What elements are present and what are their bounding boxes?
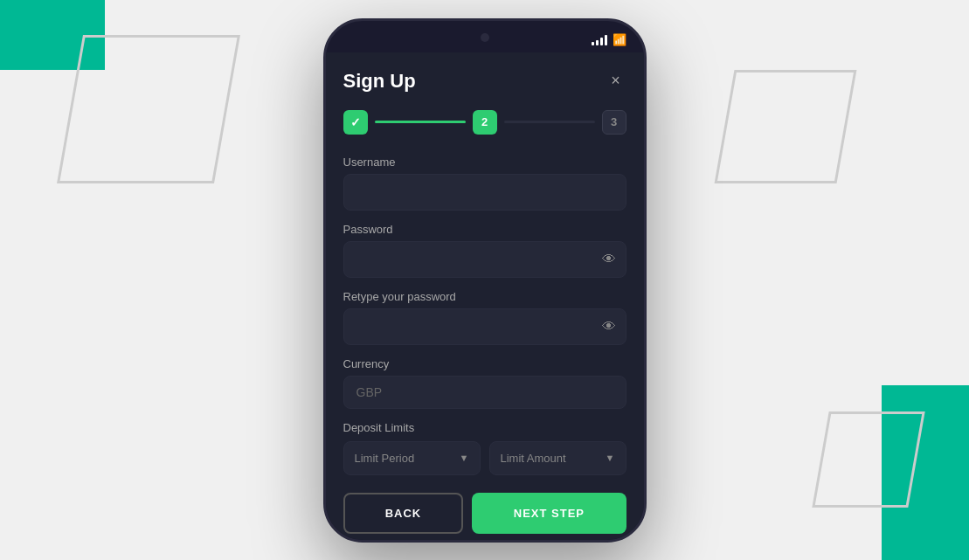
retype-input[interactable] [343, 308, 626, 345]
bg-accent-top-left [0, 0, 105, 70]
deposit-limits-label: Deposit Limits [343, 421, 626, 434]
username-input[interactable] [343, 174, 626, 211]
wifi-icon: 📶 [613, 33, 626, 46]
bg-parallelogram-bottom-right [812, 411, 924, 508]
limit-amount-dropdown[interactable]: Limit Amount ▼ [489, 441, 626, 475]
username-label: Username [343, 156, 626, 169]
password-input[interactable] [343, 241, 626, 278]
password-wrapper: 👁 [343, 241, 626, 278]
currency-display: GBP [343, 376, 626, 409]
modal-title: Sign Up [343, 70, 416, 93]
deposit-limits-row: Limit Period ▼ Limit Amount ▼ [343, 441, 626, 475]
signal-bar-4 [605, 35, 607, 45]
progress-steps: ✓ 2 3 [343, 110, 626, 135]
step-1-indicator: ✓ [343, 110, 368, 135]
limit-amount-arrow-icon: ▼ [606, 453, 615, 463]
password-toggle-icon[interactable]: 👁 [602, 252, 616, 267]
signal-bar-3 [600, 38, 603, 45]
step-2-indicator: 2 [473, 110, 497, 135]
signal-bar-2 [596, 40, 599, 45]
retype-wrapper: 👁 [343, 308, 626, 345]
progress-line [375, 121, 466, 123]
step-1-label: ✓ [350, 115, 361, 129]
status-bar: 📶 [326, 21, 644, 52]
signal-icon [592, 35, 607, 45]
back-button[interactable]: BACK [343, 493, 464, 534]
retype-label: Retype your password [343, 290, 626, 303]
camera-cutout [481, 33, 489, 42]
bg-parallelogram-right [715, 70, 857, 183]
close-button[interactable]: × [606, 71, 626, 92]
bg-parallelogram-left [57, 35, 240, 183]
retype-toggle-icon[interactable]: 👁 [602, 319, 616, 335]
next-step-button[interactable]: NEXT STEP [472, 493, 626, 534]
action-buttons: BACK NEXT STEP [343, 493, 626, 534]
modal-header: Sign Up × [343, 70, 626, 93]
step-2-label: 2 [481, 115, 488, 128]
limit-period-dropdown[interactable]: Limit Period ▼ [343, 441, 481, 475]
step-3-indicator: 3 [602, 110, 626, 135]
limit-period-label: Limit Period [355, 452, 415, 465]
signal-bar-1 [592, 42, 594, 45]
step-3-label: 3 [611, 115, 617, 128]
bg-accent-bottom-right [882, 385, 969, 560]
limit-amount-label: Limit Amount [501, 452, 566, 465]
phone-frame: 📶 Sign Up × ✓ 2 3 Username Password [323, 18, 647, 543]
modal-content: Sign Up × ✓ 2 3 Username Password 👁 [326, 52, 644, 540]
currency-label: Currency [343, 357, 626, 370]
limit-period-arrow-icon: ▼ [460, 453, 469, 463]
progress-line-2 [504, 121, 595, 123]
password-label: Password [343, 223, 626, 236]
